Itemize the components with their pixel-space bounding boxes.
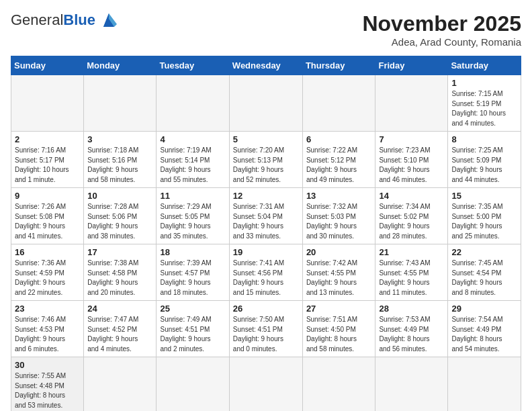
day-number: 19 bbox=[233, 247, 299, 257]
calendar-cell: 11Sunrise: 7:29 AM Sunset: 5:05 PM Dayli… bbox=[157, 188, 229, 244]
day-info: Sunrise: 7:23 AM Sunset: 5:10 PM Dayligh… bbox=[379, 146, 444, 185]
day-number: 12 bbox=[233, 191, 299, 201]
calendar-cell bbox=[157, 75, 229, 132]
day-number: 28 bbox=[379, 304, 444, 314]
calendar-cell: 8Sunrise: 7:25 AM Sunset: 5:09 PM Daylig… bbox=[448, 132, 521, 188]
week-row: 23Sunrise: 7:46 AM Sunset: 4:53 PM Dayli… bbox=[11, 301, 521, 357]
day-info: Sunrise: 7:36 AM Sunset: 4:59 PM Dayligh… bbox=[15, 259, 80, 298]
day-info: Sunrise: 7:15 AM Sunset: 5:19 PM Dayligh… bbox=[451, 89, 517, 128]
calendar-cell bbox=[375, 75, 448, 132]
day-info: Sunrise: 7:39 AM Sunset: 4:57 PM Dayligh… bbox=[160, 259, 225, 298]
calendar-cell: 22Sunrise: 7:45 AM Sunset: 4:54 PM Dayli… bbox=[448, 244, 521, 301]
day-info: Sunrise: 7:53 AM Sunset: 4:49 PM Dayligh… bbox=[379, 315, 444, 354]
week-row: 1Sunrise: 7:15 AM Sunset: 5:19 PM Daylig… bbox=[11, 75, 521, 132]
calendar-cell: 13Sunrise: 7:32 AM Sunset: 5:03 PM Dayli… bbox=[302, 188, 375, 244]
calendar-cell: 1Sunrise: 7:15 AM Sunset: 5:19 PM Daylig… bbox=[448, 75, 521, 132]
logo-area: General Blue bbox=[11, 11, 120, 30]
day-info: Sunrise: 7:38 AM Sunset: 4:58 PM Dayligh… bbox=[87, 259, 152, 298]
day-info: Sunrise: 7:51 AM Sunset: 4:50 PM Dayligh… bbox=[306, 315, 372, 354]
week-row: 2Sunrise: 7:16 AM Sunset: 5:17 PM Daylig… bbox=[11, 132, 521, 188]
calendar-cell: 30Sunrise: 7:55 AM Sunset: 4:48 PM Dayli… bbox=[11, 357, 84, 411]
day-number: 3 bbox=[87, 134, 152, 144]
day-info: Sunrise: 7:34 AM Sunset: 5:02 PM Dayligh… bbox=[379, 202, 444, 241]
day-info: Sunrise: 7:29 AM Sunset: 5:05 PM Dayligh… bbox=[160, 202, 225, 241]
calendar-cell: 12Sunrise: 7:31 AM Sunset: 5:04 PM Dayli… bbox=[229, 188, 302, 244]
calendar-cell: 10Sunrise: 7:28 AM Sunset: 5:06 PM Dayli… bbox=[84, 188, 157, 244]
day-number: 26 bbox=[233, 304, 299, 314]
calendar-cell: 4Sunrise: 7:19 AM Sunset: 5:14 PM Daylig… bbox=[157, 132, 229, 188]
calendar-cell bbox=[84, 75, 157, 132]
weekday-header: Saturday bbox=[448, 56, 521, 75]
month-title: November 2025 bbox=[362, 11, 521, 36]
week-row: 30Sunrise: 7:55 AM Sunset: 4:48 PM Dayli… bbox=[11, 357, 521, 411]
calendar-cell: 16Sunrise: 7:36 AM Sunset: 4:59 PM Dayli… bbox=[11, 244, 84, 301]
day-number: 7 bbox=[379, 134, 444, 144]
day-number: 22 bbox=[451, 247, 517, 257]
day-number: 10 bbox=[87, 191, 152, 201]
calendar-cell: 14Sunrise: 7:34 AM Sunset: 5:02 PM Dayli… bbox=[375, 188, 448, 244]
day-number: 1 bbox=[451, 78, 517, 88]
calendar-cell: 17Sunrise: 7:38 AM Sunset: 4:58 PM Dayli… bbox=[84, 244, 157, 301]
day-number: 2 bbox=[15, 134, 80, 144]
calendar-cell bbox=[375, 357, 448, 411]
calendar: SundayMondayTuesdayWednesdayThursdayFrid… bbox=[11, 56, 521, 411]
calendar-cell: 19Sunrise: 7:41 AM Sunset: 4:56 PM Dayli… bbox=[229, 244, 302, 301]
calendar-cell bbox=[229, 357, 302, 411]
calendar-cell: 6Sunrise: 7:22 AM Sunset: 5:12 PM Daylig… bbox=[302, 132, 375, 188]
day-info: Sunrise: 7:50 AM Sunset: 4:51 PM Dayligh… bbox=[233, 315, 299, 354]
day-info: Sunrise: 7:26 AM Sunset: 5:08 PM Dayligh… bbox=[15, 202, 80, 241]
calendar-cell: 5Sunrise: 7:20 AM Sunset: 5:13 PM Daylig… bbox=[229, 132, 302, 188]
day-number: 6 bbox=[306, 134, 372, 144]
calendar-cell: 9Sunrise: 7:26 AM Sunset: 5:08 PM Daylig… bbox=[11, 188, 84, 244]
calendar-cell: 2Sunrise: 7:16 AM Sunset: 5:17 PM Daylig… bbox=[11, 132, 84, 188]
day-number: 21 bbox=[379, 247, 444, 257]
day-number: 23 bbox=[15, 304, 80, 314]
day-number: 5 bbox=[233, 134, 299, 144]
weekday-header: Thursday bbox=[302, 56, 375, 75]
calendar-cell bbox=[84, 357, 157, 411]
calendar-cell: 18Sunrise: 7:39 AM Sunset: 4:57 PM Dayli… bbox=[157, 244, 229, 301]
day-info: Sunrise: 7:19 AM Sunset: 5:14 PM Dayligh… bbox=[160, 146, 225, 185]
day-info: Sunrise: 7:20 AM Sunset: 5:13 PM Dayligh… bbox=[233, 146, 299, 185]
header: General Blue November 2025 Adea, Arad Co… bbox=[11, 11, 521, 48]
day-number: 29 bbox=[451, 304, 517, 314]
calendar-cell: 28Sunrise: 7:53 AM Sunset: 4:49 PM Dayli… bbox=[375, 301, 448, 357]
day-number: 16 bbox=[15, 247, 80, 257]
calendar-cell bbox=[157, 357, 229, 411]
calendar-cell: 21Sunrise: 7:43 AM Sunset: 4:55 PM Dayli… bbox=[375, 244, 448, 301]
logo-icon bbox=[98, 11, 120, 30]
day-number: 8 bbox=[451, 134, 517, 144]
calendar-cell bbox=[11, 75, 84, 132]
logo-general-text: General bbox=[11, 11, 63, 29]
calendar-cell: 25Sunrise: 7:49 AM Sunset: 4:51 PM Dayli… bbox=[157, 301, 229, 357]
day-number: 20 bbox=[306, 247, 372, 257]
weekday-header-row: SundayMondayTuesdayWednesdayThursdayFrid… bbox=[11, 56, 521, 75]
day-number: 25 bbox=[160, 304, 225, 314]
day-info: Sunrise: 7:31 AM Sunset: 5:04 PM Dayligh… bbox=[233, 202, 299, 241]
day-number: 9 bbox=[15, 191, 80, 201]
day-info: Sunrise: 7:28 AM Sunset: 5:06 PM Dayligh… bbox=[87, 202, 152, 241]
day-number: 14 bbox=[379, 191, 444, 201]
day-info: Sunrise: 7:55 AM Sunset: 4:48 PM Dayligh… bbox=[15, 371, 80, 410]
calendar-cell: 23Sunrise: 7:46 AM Sunset: 4:53 PM Dayli… bbox=[11, 301, 84, 357]
calendar-cell bbox=[448, 357, 521, 411]
day-info: Sunrise: 7:46 AM Sunset: 4:53 PM Dayligh… bbox=[15, 315, 80, 354]
weekday-header: Tuesday bbox=[157, 56, 229, 75]
calendar-cell: 15Sunrise: 7:35 AM Sunset: 5:00 PM Dayli… bbox=[448, 188, 521, 244]
day-info: Sunrise: 7:47 AM Sunset: 4:52 PM Dayligh… bbox=[87, 315, 152, 354]
calendar-cell: 26Sunrise: 7:50 AM Sunset: 4:51 PM Dayli… bbox=[229, 301, 302, 357]
weekday-header: Friday bbox=[375, 56, 448, 75]
day-number: 18 bbox=[160, 247, 225, 257]
day-number: 17 bbox=[87, 247, 152, 257]
calendar-cell: 3Sunrise: 7:18 AM Sunset: 5:16 PM Daylig… bbox=[84, 132, 157, 188]
day-number: 11 bbox=[160, 191, 225, 201]
day-info: Sunrise: 7:54 AM Sunset: 4:49 PM Dayligh… bbox=[451, 315, 517, 354]
day-info: Sunrise: 7:25 AM Sunset: 5:09 PM Dayligh… bbox=[451, 146, 517, 185]
day-number: 27 bbox=[306, 304, 372, 314]
day-info: Sunrise: 7:16 AM Sunset: 5:17 PM Dayligh… bbox=[15, 146, 80, 185]
weekday-header: Monday bbox=[84, 56, 157, 75]
calendar-cell: 27Sunrise: 7:51 AM Sunset: 4:50 PM Dayli… bbox=[302, 301, 375, 357]
week-row: 9Sunrise: 7:26 AM Sunset: 5:08 PM Daylig… bbox=[11, 188, 521, 244]
calendar-cell: 20Sunrise: 7:42 AM Sunset: 4:55 PM Dayli… bbox=[302, 244, 375, 301]
day-info: Sunrise: 7:22 AM Sunset: 5:12 PM Dayligh… bbox=[306, 146, 372, 185]
